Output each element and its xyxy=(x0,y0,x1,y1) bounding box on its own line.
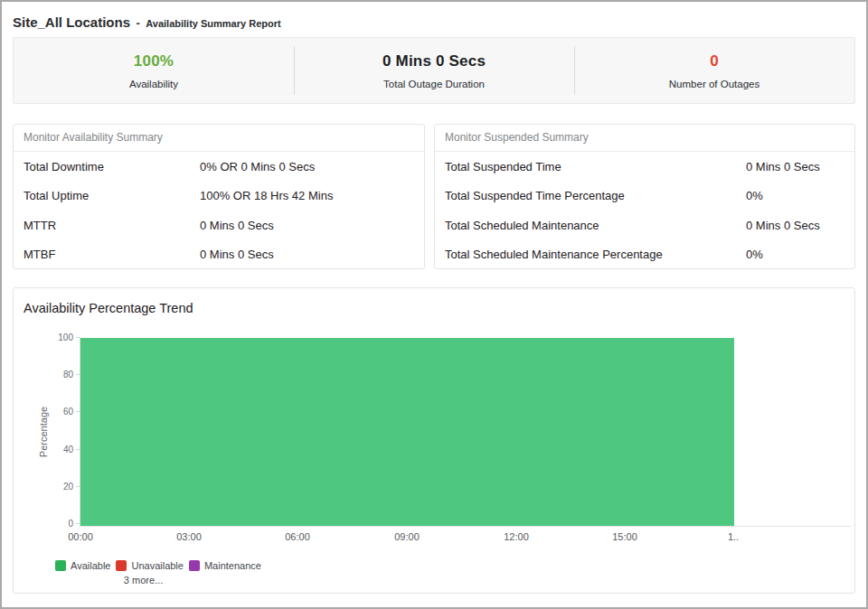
row-label-scheduled-maintenance-percentage: Total Scheduled Maintenance Percentage xyxy=(445,248,746,261)
row-value-mttr: 0 Mins 0 Secs xyxy=(200,219,414,232)
available-swatch-icon xyxy=(55,560,66,571)
page-header: Site_All Locations - Availability Summar… xyxy=(13,14,281,31)
x-axis-line xyxy=(80,526,851,527)
row-label-total-downtime: Total Downtime xyxy=(24,160,200,173)
x-tick-0300: 03:00 xyxy=(176,531,202,542)
y-tick-0: 0 xyxy=(39,519,73,529)
row-value-scheduled-maintenance-percentage: 0% xyxy=(746,248,844,261)
x-tick-1800-truncated: 1.. xyxy=(728,531,739,542)
stat-availability: 100% Availability xyxy=(14,38,294,103)
row-value-total-uptime: 100% OR 18 Hrs 42 Mins xyxy=(200,189,414,202)
legend-label-maintenance: Maintenance xyxy=(204,560,261,571)
row-value-total-downtime: 0% OR 0 Mins 0 Secs xyxy=(200,160,414,173)
chart-title: Availability Percentage Trend xyxy=(24,301,193,315)
y-tick-20: 20 xyxy=(39,482,73,492)
title-separator: - xyxy=(136,16,139,30)
table-row: Total Downtime 0% OR 0 Mins 0 Secs xyxy=(14,152,424,182)
x-tick-1500: 15:00 xyxy=(612,531,637,542)
y-tick-80: 80 xyxy=(39,370,73,380)
row-value-mtbf: 0 Mins 0 Secs xyxy=(200,248,414,261)
chart-legend: Available Unavailable Maintenance xyxy=(55,560,267,571)
availability-label: Availability xyxy=(129,79,178,89)
availability-report-page: { "page": { "title": "Site_All Locations… xyxy=(0,0,868,609)
legend-item-unavailable[interactable]: Unavailable xyxy=(116,560,183,571)
unavailable-swatch-icon xyxy=(116,560,127,571)
maintenance-swatch-icon xyxy=(189,560,200,571)
table-row: Total Suspended Time Percentage 0% xyxy=(435,182,854,211)
row-value-suspended-time-percentage: 0% xyxy=(746,189,844,202)
x-tick-0000: 00:00 xyxy=(68,531,93,542)
table-row: Total Uptime 100% OR 18 Hrs 42 Mins xyxy=(14,182,424,211)
y-tick-100: 100 xyxy=(39,333,73,343)
row-label-mtbf: MTBF xyxy=(24,248,200,261)
table-row: MTBF 0 Mins 0 Secs xyxy=(14,240,424,270)
y-tick-60: 60 xyxy=(39,407,73,417)
x-tick-0600: 06:00 xyxy=(285,531,310,542)
legend-more-link[interactable]: 3 more... xyxy=(55,575,231,586)
legend-label-available: Available xyxy=(71,560,110,571)
x-tick-1200: 12:00 xyxy=(504,531,529,542)
row-label-suspended-time-percentage: Total Suspended Time Percentage xyxy=(445,189,746,202)
stat-total-outage-duration: 0 Mins 0 Secs Total Outage Duration xyxy=(294,38,574,103)
stat-number-of-outages: 0 Number of Outages xyxy=(574,38,854,103)
outage-duration-value: 0 Mins 0 Secs xyxy=(382,52,486,70)
row-label-total-uptime: Total Uptime xyxy=(24,189,200,202)
row-label-total-suspended-time: Total Suspended Time xyxy=(445,160,746,173)
x-tick-0900: 09:00 xyxy=(394,531,420,542)
outage-count-label: Number of Outages xyxy=(669,79,760,89)
summary-stats-bar: 100% Availability 0 Mins 0 Secs Total Ou… xyxy=(13,37,855,104)
legend-label-unavailable: Unavailable xyxy=(131,560,183,571)
row-value-total-suspended-time: 0 Mins 0 Secs xyxy=(746,160,844,173)
legend-item-available[interactable]: Available xyxy=(55,560,110,571)
availability-panel-title: Monitor Availability Summary xyxy=(14,125,424,152)
legend-item-maintenance[interactable]: Maintenance xyxy=(189,560,261,571)
table-row: Total Scheduled Maintenance 0 Mins 0 Sec… xyxy=(435,211,854,240)
table-row: Total Scheduled Maintenance Percentage 0… xyxy=(435,240,854,270)
row-label-scheduled-maintenance: Total Scheduled Maintenance xyxy=(445,219,746,232)
monitor-suspended-summary-panel: Monitor Suspended Summary Total Suspende… xyxy=(434,124,855,269)
monitor-availability-summary-panel: Monitor Availability Summary Total Downt… xyxy=(13,124,425,269)
chart-plot-area[interactable] xyxy=(80,338,851,526)
outage-count-value: 0 xyxy=(710,52,719,70)
suspended-panel-title: Monitor Suspended Summary xyxy=(435,125,854,152)
available-area-series[interactable] xyxy=(80,338,734,526)
availability-value: 100% xyxy=(134,52,174,70)
outage-duration-label: Total Outage Duration xyxy=(383,79,485,89)
row-value-scheduled-maintenance: 0 Mins 0 Secs xyxy=(746,219,844,232)
y-tick-40: 40 xyxy=(39,445,73,455)
page-subtitle: Availability Summary Report xyxy=(146,18,280,29)
table-row: MTTR 0 Mins 0 Secs xyxy=(14,211,424,240)
row-label-mttr: MTTR xyxy=(24,219,200,232)
page-title: Site_All Locations xyxy=(13,14,130,30)
table-row: Total Suspended Time 0 Mins 0 Secs xyxy=(435,152,854,182)
availability-trend-chart-panel: Availability Percentage Trend Percentage… xyxy=(13,287,855,594)
